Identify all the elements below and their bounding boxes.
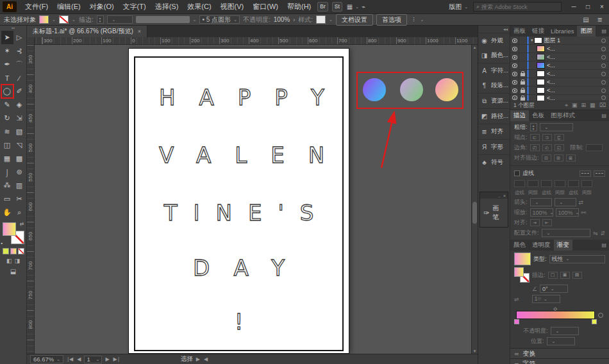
round-join-button[interactable]: ◴ [542, 144, 552, 151]
stroke-weight-stepper[interactable]: ▴▾ [97, 15, 104, 24]
visibility-cell[interactable] [510, 70, 519, 78]
hand-tool[interactable]: ✋ [1, 206, 13, 219]
target-icon[interactable] [601, 88, 606, 93]
gradient-preview-thumbnail[interactable] [514, 252, 531, 265]
arrow-start-dropdown[interactable] [530, 198, 552, 206]
menu-item[interactable]: 窗口(W) [248, 2, 283, 12]
menu-item[interactable]: 对象(O) [85, 2, 119, 12]
scale-end-input[interactable]: 100% [556, 208, 579, 217]
touch-workspace-icon[interactable]: ⫶ [410, 16, 417, 24]
projecting-cap-button[interactable]: ⊑ [555, 134, 564, 141]
expand-caret-icon[interactable]: ▾ [531, 38, 533, 43]
dashed-line-checkbox[interactable] [514, 170, 520, 176]
visibility-cell[interactable] [510, 62, 519, 69]
layer-row[interactable]: <... [510, 53, 609, 62]
lock-cell[interactable] [519, 95, 527, 101]
gradient-circle-blue-purple[interactable] [363, 78, 386, 101]
lock-cell[interactable] [519, 87, 527, 94]
slice-tool[interactable]: ✂ [13, 192, 26, 206]
gradient-button[interactable] [10, 248, 17, 254]
magic-wand-tool[interactable]: ✶ [1, 44, 13, 58]
drag-dots-icon[interactable]: .. [498, 194, 501, 198]
layer-name[interactable]: 图层 1 [544, 37, 601, 45]
visibility-cell[interactable] [510, 95, 519, 101]
target-icon[interactable] [601, 72, 606, 76]
align-end-button[interactable]: ⇤ [542, 219, 552, 226]
panel-menu-icon[interactable]: ▤ [599, 110, 609, 121]
gradient-type-dropdown[interactable]: 线性 [549, 255, 605, 263]
bridge-badge[interactable]: Br [317, 2, 328, 12]
layer-thumbnail[interactable] [537, 95, 545, 101]
flip-across-icon[interactable]: ⇵ [600, 230, 605, 236]
card-text-row[interactable]: ! [135, 309, 342, 335]
next-artboard-icon[interactable]: ▶ [104, 356, 110, 362]
target-icon[interactable] [601, 38, 606, 43]
close-button[interactable]: × [595, 0, 609, 14]
visibility-cell[interactable] [510, 37, 519, 44]
chevron-down-icon[interactable]: ⌄ [329, 17, 333, 22]
tab-layers[interactable]: 图层 [577, 26, 596, 37]
chevron-down-icon[interactable]: ⌄ [193, 17, 197, 22]
tab-gradient[interactable]: 渐变 [554, 240, 572, 251]
gradient-stop-left[interactable] [514, 319, 519, 324]
card-text-row[interactable]: HAPPY [135, 85, 342, 110]
align-inside-button[interactable]: ⊞ [554, 154, 563, 161]
tab-artboards[interactable]: 画板 [510, 26, 529, 37]
opacity-chevron-icon[interactable]: › [293, 17, 295, 23]
chevron-down-icon[interactable]: ⌄ [464, 4, 468, 10]
status-expand-icon[interactable]: ▶ [196, 356, 201, 362]
lock-cell[interactable] [519, 53, 527, 61]
layer-thumbnail[interactable] [537, 79, 545, 85]
style-swatch[interactable] [316, 15, 326, 24]
appearance-panel-button[interactable]: ◉外观 [478, 33, 510, 48]
layer-row[interactable]: <... [510, 62, 609, 70]
pencil-tool[interactable]: ✎ [1, 98, 13, 112]
chevron-down-icon[interactable]: ⌄ [52, 17, 56, 22]
color-button[interactable] [3, 248, 9, 254]
symbols-panel-button[interactable]: ♣符号 [478, 154, 510, 170]
tab-swatches[interactable]: 色板 [529, 110, 547, 121]
make-clipping-mask-icon[interactable]: ▣ [572, 102, 578, 109]
artboard-navigation[interactable]: 1⌄ [84, 356, 102, 363]
tab-transparency[interactable]: 透明度 [529, 240, 554, 251]
character-panel-button[interactable]: A字符... [478, 63, 510, 78]
menu-item[interactable]: 帮助(H) [283, 2, 315, 12]
menu-item[interactable]: 视图(V) [216, 2, 249, 12]
layer-name[interactable]: <... [547, 70, 601, 77]
opacity-value[interactable]: 100% [274, 16, 290, 23]
angle-dropdown[interactable]: 0° [540, 285, 568, 293]
column-graph-tool[interactable]: ▥ [13, 179, 26, 192]
curvature-tool[interactable]: ⌒ [13, 58, 26, 71]
type-tool[interactable]: T [1, 71, 13, 85]
butt-cap-button[interactable]: ⊏ [530, 134, 540, 141]
gap-input[interactable] [528, 180, 538, 187]
pen-tool[interactable]: ✒ [1, 58, 13, 71]
close-icon[interactable]: × [503, 194, 506, 198]
menu-item[interactable]: 效果(C) [183, 2, 215, 12]
status-collapse-icon[interactable]: ◀ [203, 356, 208, 362]
stop-opacity-dropdown[interactable] [551, 327, 579, 335]
layer-row[interactable]: <... [510, 95, 609, 101]
brushes-panel-button[interactable]: ✑画笔 [480, 199, 508, 227]
tab-stroke[interactable]: 描边 [510, 110, 529, 121]
scale-tool[interactable]: ⇲ [13, 112, 26, 125]
layer-name[interactable]: <... [547, 87, 601, 94]
stock-badge[interactable]: St [332, 2, 342, 12]
previous-artboard-icon[interactable]: ◀ [76, 356, 81, 362]
gradient-fill-box[interactable] [514, 267, 524, 277]
layer-name[interactable]: <... [547, 46, 601, 52]
layer-name[interactable]: <... [547, 95, 601, 101]
chevron-down-icon[interactable]: ⌄ [420, 17, 424, 22]
vertical-ruler[interactable]: 350400450500550600650700750800 [27, 45, 35, 354]
visibility-cell[interactable] [510, 45, 519, 53]
limit-input[interactable] [586, 144, 603, 151]
layer-thumbnail[interactable] [537, 87, 545, 94]
card-border-rectangle[interactable]: HAPPY VALEN TINE'S DAY ! [134, 56, 344, 351]
preserve-dash-button[interactable] [580, 170, 591, 177]
layer-thumbnail[interactable] [537, 70, 545, 77]
direct-selection-tool[interactable]: ▷ [13, 31, 26, 44]
reverse-gradient-icon[interactable]: ⇌ [514, 296, 519, 302]
eyedropper-tool[interactable]: ⌡ [1, 165, 13, 179]
collapse-panels-icon[interactable]: ◂◂ [478, 26, 510, 33]
gap-input[interactable] [555, 180, 565, 187]
